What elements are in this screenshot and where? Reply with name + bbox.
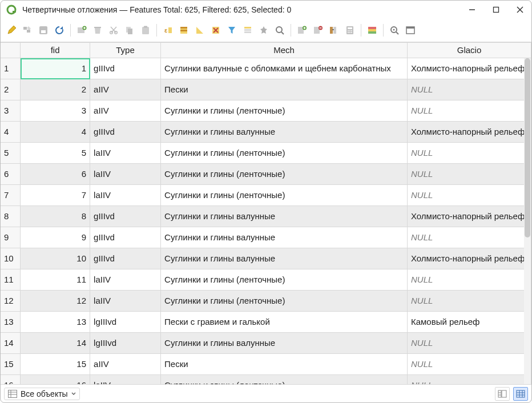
cell-fid[interactable]: 10 bbox=[21, 248, 90, 269]
cell-type[interactable]: laIIV bbox=[90, 291, 161, 312]
cell-fid[interactable]: 16 bbox=[21, 375, 90, 384]
cell-glacio[interactable]: Камовый рельеф bbox=[408, 312, 531, 333]
table-row[interactable]: 1313lgIIIvdПески с гравием и галькойКамо… bbox=[1, 312, 531, 333]
row-header[interactable]: 2 bbox=[1, 79, 21, 100]
cell-mech[interactable]: Суглинки и глины валунные bbox=[161, 227, 408, 248]
table-row[interactable]: 1010gIIIvdСуглинки и глины валунныеХолми… bbox=[1, 248, 531, 269]
cell-mech[interactable]: Пески bbox=[161, 79, 408, 100]
deselect-all-icon[interactable] bbox=[208, 23, 223, 38]
delete-field-icon[interactable] bbox=[311, 23, 325, 38]
cell-fid[interactable]: 7 bbox=[21, 185, 90, 206]
cell-type[interactable]: gIIIvd bbox=[90, 206, 161, 227]
cell-glacio[interactable]: Холмисто-напорный рельеф bbox=[408, 58, 531, 79]
cell-mech[interactable]: Суглинки и глины (ленточные) bbox=[161, 375, 408, 384]
cell-type[interactable]: aIIV bbox=[90, 354, 161, 375]
cell-glacio[interactable]: NULL bbox=[408, 291, 531, 312]
row-header[interactable]: 8 bbox=[1, 206, 21, 227]
row-header[interactable]: 13 bbox=[1, 312, 21, 333]
cell-fid[interactable]: 12 bbox=[21, 291, 90, 312]
cell-type[interactable]: laIIV bbox=[90, 269, 161, 291]
cell-type[interactable]: laIIV bbox=[90, 375, 161, 384]
cell-mech[interactable]: Суглинки и глины (ленточные) bbox=[161, 100, 408, 122]
maximize-button[interactable] bbox=[490, 4, 502, 15]
scrollbar-thumb[interactable] bbox=[525, 58, 530, 237]
cell-mech[interactable]: Суглинки и глины валунные bbox=[161, 206, 408, 227]
table-row[interactable]: 99gIIIvdСуглинки и глины валунныеNULL bbox=[1, 227, 531, 248]
cell-mech[interactable]: Суглинки и глины (ленточные) bbox=[161, 164, 408, 185]
save-edits-icon[interactable] bbox=[36, 23, 51, 38]
copy-icon[interactable] bbox=[122, 23, 137, 38]
cell-fid[interactable]: 11 bbox=[21, 269, 90, 291]
delete-selected-icon[interactable] bbox=[90, 23, 105, 38]
table-row[interactable]: 1111laIIVСуглинки и глины (ленточные)NUL… bbox=[1, 269, 531, 291]
cell-fid[interactable]: 2 bbox=[21, 79, 90, 100]
table-row[interactable]: 77laIIVСуглинки и глины (ленточные)NULL bbox=[1, 185, 531, 206]
vertical-scrollbar[interactable] bbox=[524, 58, 531, 384]
cell-fid[interactable]: 3 bbox=[21, 100, 90, 122]
table-row[interactable]: 1212laIIVСуглинки и глины (ленточные)NUL… bbox=[1, 291, 531, 312]
cell-glacio[interactable]: Холмисто-напорный рельеф bbox=[408, 122, 531, 143]
row-header[interactable]: 11 bbox=[1, 269, 21, 291]
row-header[interactable]: 7 bbox=[1, 185, 21, 206]
feature-filter-button[interactable]: Все объекты bbox=[4, 388, 80, 400]
table-row[interactable]: 1616laIIVСуглинки и глины (ленточные)NUL… bbox=[1, 375, 531, 384]
cell-glacio[interactable]: NULL bbox=[408, 269, 531, 291]
cell-glacio[interactable]: Холмисто-напорный рельеф bbox=[408, 248, 531, 269]
row-header[interactable]: 6 bbox=[1, 164, 21, 185]
filter-selection-icon[interactable] bbox=[224, 23, 239, 38]
table-row[interactable]: 22aIIVПескиNULL bbox=[1, 79, 531, 100]
cell-type[interactable]: laIIV bbox=[90, 185, 161, 206]
cell-glacio[interactable]: NULL bbox=[408, 333, 531, 354]
add-feature-icon[interactable] bbox=[74, 23, 89, 38]
cut-icon[interactable] bbox=[106, 23, 121, 38]
cell-fid[interactable]: 14 bbox=[21, 333, 90, 354]
cell-glacio[interactable]: NULL bbox=[408, 100, 531, 122]
cell-glacio[interactable]: NULL bbox=[408, 185, 531, 206]
organize-columns-icon[interactable] bbox=[327, 23, 341, 38]
new-field-icon[interactable] bbox=[295, 23, 309, 38]
cell-mech[interactable]: Пески с гравием и галькой bbox=[161, 312, 408, 333]
cell-type[interactable]: aIIV bbox=[90, 79, 161, 100]
field-calculator-icon[interactable] bbox=[342, 23, 357, 38]
cell-mech[interactable]: Суглинки и глины (ленточные) bbox=[161, 185, 408, 206]
conditional-formatting-icon[interactable] bbox=[365, 23, 380, 38]
close-button[interactable] bbox=[514, 4, 526, 15]
row-header[interactable]: 9 bbox=[1, 227, 21, 248]
cell-mech[interactable]: Пески bbox=[161, 354, 408, 375]
column-header-type[interactable]: Type bbox=[90, 42, 161, 58]
cell-type[interactable]: aIIV bbox=[90, 100, 161, 122]
column-header-mech[interactable]: Mech bbox=[161, 42, 408, 58]
row-header[interactable]: 5 bbox=[1, 143, 21, 164]
cell-fid[interactable]: 8 bbox=[21, 206, 90, 227]
row-header[interactable]: 10 bbox=[1, 248, 21, 269]
pan-to-selected-icon[interactable] bbox=[256, 23, 271, 38]
select-all-icon[interactable] bbox=[176, 23, 191, 38]
row-header[interactable]: 12 bbox=[1, 291, 21, 312]
zoom-to-selected-icon[interactable] bbox=[272, 23, 287, 38]
invert-selection-icon[interactable] bbox=[192, 23, 207, 38]
cell-glacio[interactable]: NULL bbox=[408, 79, 531, 100]
row-header[interactable]: 3 bbox=[1, 100, 21, 122]
cell-glacio[interactable]: NULL bbox=[408, 354, 531, 375]
row-header[interactable]: 16 bbox=[1, 375, 21, 384]
cell-type[interactable]: lgIIIvd bbox=[90, 312, 161, 333]
table-row[interactable]: 1414lgIIIvdСуглинки и глины валунныеNULL bbox=[1, 333, 531, 354]
table-row[interactable]: 55laIIVСуглинки и глины (ленточные)NULL bbox=[1, 143, 531, 164]
move-selection-top-icon[interactable] bbox=[240, 23, 255, 38]
row-header[interactable]: 4 bbox=[1, 122, 21, 143]
row-header[interactable]: 14 bbox=[1, 333, 21, 354]
cell-type[interactable]: gIIIvd bbox=[90, 248, 161, 269]
row-header[interactable]: 1 bbox=[1, 58, 21, 79]
table-row[interactable]: 44gIIIvdСуглинки и глины валунныеХолмист… bbox=[1, 122, 531, 143]
cell-type[interactable]: gIIIvd bbox=[90, 122, 161, 143]
multiedit-icon[interactable] bbox=[20, 23, 35, 38]
toggle-editing-icon[interactable] bbox=[4, 23, 19, 38]
actions-icon[interactable] bbox=[387, 23, 402, 38]
cell-fid[interactable]: 6 bbox=[21, 164, 90, 185]
cell-fid[interactable]: 4 bbox=[21, 122, 90, 143]
corner-header[interactable] bbox=[1, 42, 21, 58]
cell-mech[interactable]: Суглинки и глины (ленточные) bbox=[161, 143, 408, 164]
cell-fid[interactable]: 9 bbox=[21, 227, 90, 248]
column-header-glacio[interactable]: Glacio bbox=[408, 42, 531, 58]
reload-icon[interactable] bbox=[52, 23, 67, 38]
